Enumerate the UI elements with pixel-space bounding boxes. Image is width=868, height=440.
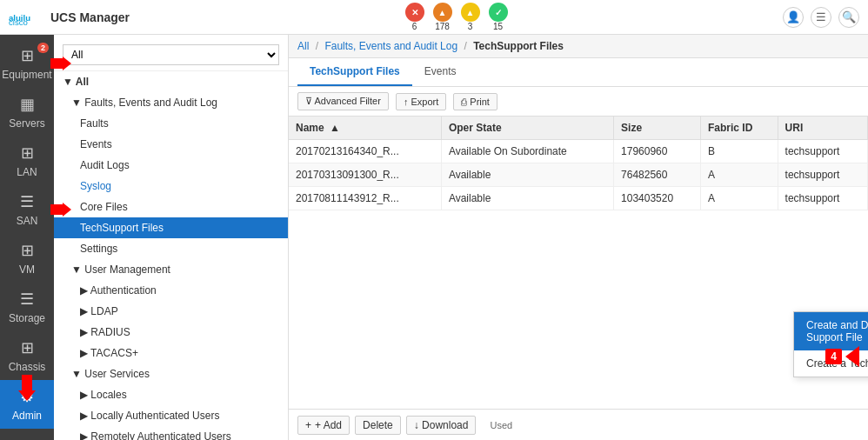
nav-item-local-auth-users[interactable]: ▶ Locally Authenticated Users — [54, 405, 288, 426]
cell-fabric-id: A — [700, 187, 778, 210]
topbar: aluilu cisco UCS Manager ✕ 6 ▲ 178 ▲ 3 ✓… — [0, 0, 868, 35]
nav-item-remote-auth-users[interactable]: ▶ Remotely Authenticated Users — [54, 426, 288, 440]
nav-item-techsupport-files[interactable]: TechSupport Files — [54, 217, 288, 238]
main-layout: ⊞ Equipment 2 ▦ Servers ⊞ LAN ☰ SAN — [0, 35, 868, 440]
topbar-right: 👤 ☰ 🔍 — [783, 7, 859, 28]
sidebar-item-servers[interactable]: ▦ Servers — [0, 88, 54, 137]
sidebar-label-servers: Servers — [9, 117, 44, 130]
ok-icon: ✓ — [489, 3, 508, 22]
sidebar: ⊞ Equipment 2 ▦ Servers ⊞ LAN ☰ SAN — [0, 35, 54, 440]
add-icon: + — [305, 419, 311, 431]
col-name[interactable]: Name ▲ — [289, 117, 441, 140]
download-label: ↓ Download — [414, 419, 469, 431]
nav-item-tacacs[interactable]: ▶ TACACS+ — [54, 343, 288, 363]
user-icon[interactable]: 👤 — [783, 7, 804, 28]
breadcrumb-sep2: / — [464, 40, 466, 52]
nav-item-events[interactable]: Events — [54, 134, 288, 155]
sort-arrow-name: ▲ — [330, 122, 340, 134]
sidebar-item-lan[interactable]: ⊞ LAN — [0, 137, 54, 185]
annotation-arrow-2 — [50, 57, 71, 70]
add-button[interactable]: + + Add — [297, 416, 350, 435]
breadcrumb-faults-events[interactable]: Faults, Events and Audit Log — [324, 40, 457, 52]
status-badge-minor[interactable]: ▲ 3 — [461, 3, 480, 31]
delete-label: Delete — [363, 419, 393, 431]
nav-item-ldap[interactable]: ▶ LDAP — [54, 301, 288, 322]
cell-fabric-id: B — [700, 140, 778, 163]
nav-link-syslog[interactable]: Syslog — [54, 176, 288, 197]
sidebar-label-san: SAN — [17, 215, 38, 227]
col-fabric-id[interactable]: Fabric ID — [700, 117, 778, 140]
nav-dropdown-select[interactable]: All Equipment Servers LAN SAN — [63, 44, 279, 65]
cell-oper-state: Available — [441, 187, 613, 210]
breadcrumb-sep1: / — [316, 40, 318, 52]
sidebar-label-vm: VM — [19, 263, 35, 276]
sidebar-label-admin: Admin — [12, 410, 42, 422]
cell-name: 20170313091300_R... — [289, 163, 441, 187]
nav-item-all[interactable]: ▼ All — [54, 71, 288, 92]
san-icon: ☰ — [20, 192, 34, 211]
toolbar: ⊽ Advanced Filter ↑ Export ⎙ Print — [289, 87, 868, 117]
sidebar-item-san[interactable]: ☰ SAN — [0, 185, 54, 234]
tab-techsupport-files[interactable]: TechSupport Files — [297, 58, 412, 86]
cell-oper-state: Available On Subordinate — [441, 140, 613, 163]
col-oper-state[interactable]: Oper State — [441, 117, 613, 140]
advanced-filter-button[interactable]: ⊽ Advanced Filter — [297, 92, 389, 110]
tab-events[interactable]: Events — [412, 58, 469, 86]
major-icon: ▲ — [433, 3, 452, 22]
col-uri[interactable]: URI — [778, 117, 867, 140]
search-icon[interactable]: 🔍 — [838, 7, 859, 28]
equipment-icon: ⊞ — [21, 46, 34, 65]
nav-item-user-mgmt[interactable]: ▼ User Management — [54, 259, 288, 280]
status-badge-ok[interactable]: ✓ 15 — [489, 3, 508, 31]
sidebar-item-storage[interactable]: ☰ Storage — [0, 283, 54, 331]
nav-item-faults[interactable]: Faults — [54, 113, 288, 134]
status-badge-critical[interactable]: ✕ 6 — [405, 3, 424, 31]
nav-item-radius[interactable]: ▶ RADIUS — [54, 322, 288, 343]
col-size[interactable]: Size — [614, 117, 701, 140]
nav-item-authentication[interactable]: ▶ Authentication — [54, 280, 288, 301]
table-row[interactable]: 20170213164340_R... Available On Subordi… — [289, 140, 868, 163]
nav-item-audit-logs[interactable]: Audit Logs — [54, 155, 288, 176]
critical-icon: ✕ — [405, 3, 424, 22]
table-row[interactable]: 20170811143912_R... Available 103403520 … — [289, 187, 868, 210]
context-menu-item-create-download[interactable]: Create and Download a Tech Support File — [794, 312, 868, 350]
table-row[interactable]: 20170313091300_R... Available 76482560 A… — [289, 163, 868, 187]
cell-size: 76482560 — [614, 163, 701, 187]
cell-uri: techsupport — [778, 187, 867, 210]
ok-count: 15 — [493, 22, 503, 31]
nav-item-core-files[interactable]: Core Files — [54, 197, 288, 217]
nav-dropdown-container: All Equipment Servers LAN SAN — [54, 39, 288, 71]
nav-item-locales[interactable]: ▶ Locales — [54, 384, 288, 405]
status-badge-major[interactable]: ▲ 178 — [433, 3, 452, 31]
delete-button[interactable]: Delete — [355, 416, 401, 435]
download-button[interactable]: ↓ Download — [406, 416, 477, 435]
tabs: TechSupport Files Events — [289, 58, 868, 87]
nav-item-faults-events[interactable]: ▼ Faults, Events and Audit Log — [54, 92, 288, 113]
breadcrumb-all[interactable]: All — [297, 40, 309, 52]
topbar-center: ✕ 6 ▲ 178 ▲ 3 ✓ 15 — [405, 3, 508, 31]
breadcrumb: All / Faults, Events and Audit Log / Tec… — [289, 35, 868, 58]
sidebar-item-vm[interactable]: ⊞ VM — [0, 234, 54, 283]
print-button[interactable]: ⎙ Print — [453, 93, 497, 110]
app-title: UCS Manager — [50, 10, 130, 24]
sidebar-item-equipment[interactable]: ⊞ Equipment 2 — [0, 39, 54, 88]
vm-icon: ⊞ — [21, 241, 34, 260]
nav-item-user-services[interactable]: ▼ User Services — [54, 363, 288, 384]
cell-name: 20170811143912_R... — [289, 187, 441, 210]
chassis-icon: ⊞ — [21, 338, 34, 357]
minor-count: 3 — [468, 22, 473, 31]
storage-icon: ☰ — [20, 290, 34, 309]
export-button[interactable]: ↑ Export — [396, 93, 446, 110]
sidebar-item-chassis[interactable]: ⊞ Chassis — [0, 331, 54, 380]
techsupport-table: Name ▲ Oper State Size Fabric ID URI 201… — [289, 117, 868, 210]
used-text: Used — [490, 420, 512, 430]
cisco-logo: aluilu cisco — [9, 9, 43, 26]
cell-size: 103403520 — [614, 187, 701, 210]
servers-icon: ▦ — [20, 95, 35, 114]
nav-item-settings[interactable]: Settings — [54, 238, 288, 259]
menu-icon[interactable]: ☰ — [811, 7, 831, 28]
add-label: + Add — [315, 419, 342, 431]
equipment-badge: 2 — [37, 43, 49, 53]
topbar-left: aluilu cisco UCS Manager — [9, 9, 130, 26]
annotation-arrow-3 — [50, 203, 71, 217]
